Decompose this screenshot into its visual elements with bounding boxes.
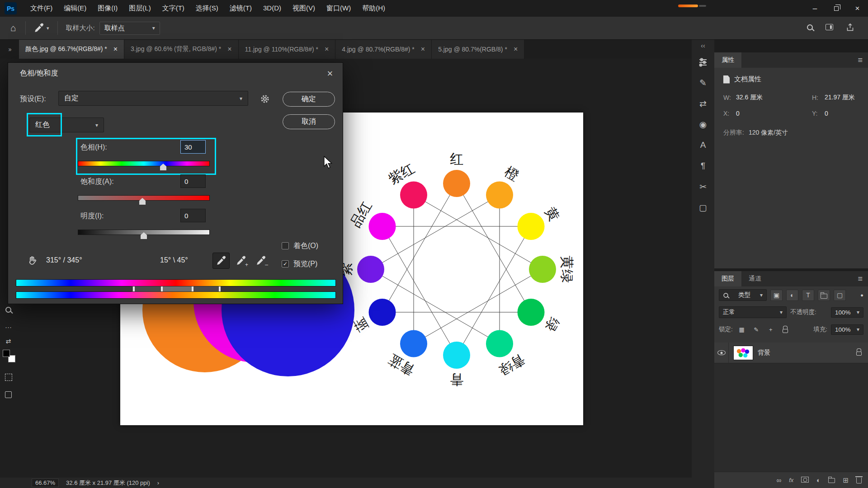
tab-properties[interactable]: 属性: [714, 52, 741, 68]
lock-transparency-icon[interactable]: ▦: [736, 324, 747, 334]
zoom-level-field[interactable]: 66.67%: [32, 479, 59, 487]
new-layer-icon[interactable]: ⊞: [843, 476, 849, 484]
status-options-chevron[interactable]: ›: [157, 479, 159, 486]
range-handle-outer-left[interactable]: [133, 286, 135, 291]
colorize-checkbox[interactable]: [282, 242, 289, 249]
preset-select[interactable]: 自定 ▾: [58, 91, 248, 106]
cancel-button[interactable]: 取消: [283, 114, 335, 129]
menubar-item[interactable]: 滤镜(T): [228, 3, 254, 14]
foreground-background-swatches[interactable]: [3, 350, 15, 362]
dialog-close-icon[interactable]: ×: [324, 67, 336, 80]
range-handle-outer-right[interactable]: [219, 286, 221, 291]
document-tab[interactable]: 3.jpg @ 60.6% (背景, RGB/8#) *×: [124, 40, 239, 59]
marquee-tool-icon[interactable]: [0, 371, 17, 384]
filter-smart-objects-icon[interactable]: ▢: [834, 290, 846, 301]
tab-close-icon[interactable]: ×: [113, 45, 118, 53]
opacity-select[interactable]: 100% ▾: [831, 307, 863, 318]
channel-select[interactable]: 红色 ▾: [29, 117, 104, 132]
tab-close-icon[interactable]: ×: [421, 45, 425, 53]
expand-panels-icon[interactable]: ‹‹: [692, 40, 714, 52]
preset-options-gear-icon[interactable]: [257, 92, 273, 106]
lock-all-icon[interactable]: [780, 324, 791, 334]
filter-adjustment-layers-icon[interactable]: ◐: [786, 290, 798, 301]
menubar-item[interactable]: 窗口(W): [325, 3, 353, 14]
share-icon[interactable]: [846, 23, 854, 33]
filter-pixel-layers-icon[interactable]: ▣: [770, 290, 783, 301]
home-icon[interactable]: ⌂: [6, 23, 20, 33]
document-tab[interactable]: 5.jpg @ 80.7%(RGB/8) *×: [432, 40, 524, 59]
y-value[interactable]: 0: [825, 110, 828, 117]
crop-tool-icon[interactable]: [0, 388, 17, 401]
menubar-item[interactable]: 帮助(H): [360, 3, 387, 14]
layer-row-background[interactable]: 背景: [714, 343, 868, 363]
saturation-input[interactable]: [180, 174, 206, 188]
foreground-color-swatch[interactable]: [3, 350, 10, 357]
workspace-icon[interactable]: [826, 24, 833, 32]
add-mask-icon[interactable]: [801, 476, 809, 484]
document-tab[interactable]: 颜色.jpg @ 66.7%(RGB/8#) *×: [19, 40, 124, 59]
filter-type-select[interactable]: 类型 ▾: [719, 289, 767, 301]
paragraph-panel-icon[interactable]: ¶: [692, 155, 714, 176]
eyedropper-subtract-button[interactable]: –: [252, 253, 269, 269]
zoom-tool-icon[interactable]: [0, 303, 17, 316]
libraries-panel-icon[interactable]: ▢: [692, 197, 714, 218]
filter-group-layers-icon[interactable]: [818, 290, 830, 301]
menubar-item[interactable]: 3D(D): [261, 3, 283, 14]
tab-close-icon[interactable]: ×: [227, 45, 231, 53]
layer-thumbnail[interactable]: [733, 346, 753, 360]
menubar-item[interactable]: 视图(V): [291, 3, 317, 14]
resolution-value[interactable]: 120 像素/英寸: [749, 129, 788, 137]
swap-colors-icon[interactable]: ⇄: [0, 334, 17, 348]
menubar-item[interactable]: 图像(I): [96, 3, 119, 14]
lock-position-icon[interactable]: +: [765, 324, 776, 334]
paths-panel-icon[interactable]: ✂: [692, 176, 714, 197]
fill-select[interactable]: 100% ▾: [831, 324, 863, 335]
lock-image-icon[interactable]: ✎: [751, 324, 762, 334]
range-handle-inner-right[interactable]: [192, 286, 193, 291]
hue-saturation-dialog[interactable]: 色相/饱和度 × 预设(E): 自定 ▾ 确定 取消 红色 ▾ 色相(H): 饱…: [8, 62, 343, 304]
minimize-button[interactable]: –: [804, 0, 826, 17]
hue-range-track[interactable]: [132, 286, 221, 292]
layer-visibility-toggle[interactable]: [714, 343, 729, 363]
adjustments-panel-icon[interactable]: [692, 52, 714, 72]
toolbar-collapse-icon[interactable]: ››: [0, 40, 19, 59]
restore-button[interactable]: [826, 0, 847, 17]
clone-source-panel-icon[interactable]: ⇄: [692, 93, 714, 114]
tab-layers[interactable]: 图层: [714, 271, 741, 286]
panel-menu-icon[interactable]: ≡: [858, 271, 868, 286]
hue-slider[interactable]: [78, 161, 210, 166]
link-layers-icon[interactable]: ∞: [777, 476, 782, 484]
menubar-item[interactable]: 文字(T): [160, 3, 186, 14]
styles-panel-icon[interactable]: ✎: [692, 72, 714, 93]
tab-close-icon[interactable]: ×: [514, 45, 518, 53]
eyedropper-add-button[interactable]: +: [232, 253, 250, 269]
filter-type-layers-icon[interactable]: T: [802, 290, 814, 301]
menubar-item[interactable]: 编辑(E): [62, 3, 88, 14]
new-adjustment-layer-icon[interactable]: ◐: [816, 476, 821, 484]
targeted-adjustment-hand-icon[interactable]: [24, 253, 41, 269]
tab-channels[interactable]: 通道: [741, 271, 769, 286]
preview-checkbox[interactable]: ✓: [282, 260, 289, 267]
lightness-input[interactable]: [180, 209, 206, 222]
sample-size-select[interactable]: 取样点 ▾: [99, 22, 160, 35]
width-value[interactable]: 32.6 厘米: [736, 94, 812, 102]
panel-menu-icon[interactable]: ≡: [858, 52, 868, 68]
layer-effects-icon[interactable]: fx: [789, 477, 793, 483]
height-value[interactable]: 21.97 厘米: [825, 94, 855, 102]
eyedropper-sample-button[interactable]: [212, 253, 230, 269]
document-tab[interactable]: 4.jpg @ 80.7%(RGB/8#) *×: [335, 40, 432, 59]
menubar-item[interactable]: 文件(F): [28, 3, 54, 14]
layer-name[interactable]: 背景: [758, 349, 770, 357]
tab-close-icon[interactable]: ×: [325, 45, 329, 53]
document-tab[interactable]: 11.jpg @ 110%(RGB/8#) *×: [239, 40, 336, 59]
filter-switch-icon[interactable]: ●: [860, 292, 863, 298]
new-group-icon[interactable]: [828, 476, 835, 484]
search-icon[interactable]: [807, 24, 813, 32]
menubar-item[interactable]: 图层(L): [127, 3, 152, 14]
layer-locked-icon[interactable]: [856, 348, 862, 357]
range-handle-inner-left[interactable]: [161, 286, 163, 291]
character-panel-icon[interactable]: A: [692, 135, 714, 155]
eyedropper-tool-preset[interactable]: ▾: [31, 22, 52, 34]
delete-layer-icon[interactable]: [856, 476, 862, 485]
blend-mode-select[interactable]: 正常 ▾: [719, 306, 787, 318]
